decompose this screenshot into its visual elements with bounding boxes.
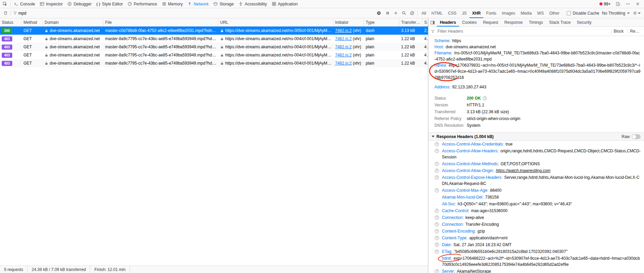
- type-filter-js[interactable]: JS: [459, 8, 469, 18]
- error-count-badge[interactable]: 99+: [598, 2, 612, 6]
- tab-cookies[interactable]: Cookies: [459, 18, 480, 27]
- tab-style-editor[interactable]: { } Style Editor: [94, 0, 125, 8]
- initiator-link[interactable]: 7482.js:2: [335, 61, 352, 66]
- mdn-help-icon[interactable]: ?: [435, 175, 439, 180]
- column-header-initiator[interactable]: Initiator: [333, 18, 364, 26]
- search-requests-button[interactable]: [400, 9, 408, 17]
- table-row[interactable]: 403 GET dve-streams.akamaized.net master…: [0, 43, 428, 51]
- block-button[interactable]: Block: [611, 29, 626, 34]
- mdn-help-icon[interactable]: ?: [435, 269, 439, 273]
- size-cell: 47: [423, 61, 428, 66]
- tab-memory[interactable]: Memory: [160, 0, 185, 8]
- pause-traffic-button[interactable]: [384, 9, 392, 17]
- checkbox-icon: [567, 11, 571, 15]
- tab-label: Performance: [134, 2, 157, 6]
- tab-application[interactable]: Application: [269, 0, 300, 8]
- mdn-help-icon[interactable]: ?: [435, 229, 439, 233]
- har-menu-button[interactable]: [632, 9, 641, 17]
- column-header-status[interactable]: Status: [0, 18, 22, 26]
- tab-inspector[interactable]: Inspector: [37, 0, 65, 8]
- tab-timings[interactable]: Timings: [526, 18, 546, 27]
- header-row: ? Access-Control-Max-Age:86400: [428, 187, 644, 194]
- tab-security[interactable]: Security: [574, 18, 594, 27]
- tab-console[interactable]: Console: [12, 0, 37, 8]
- debugger-icon: [67, 2, 72, 6]
- tab-accessibility[interactable]: Accessibility: [236, 0, 269, 8]
- status-code-value: 200 OK: [467, 95, 481, 101]
- header-row: ? Access-Control-Allow-Headers:origin,ra…: [428, 148, 644, 160]
- resend-button[interactable]: Resend: [628, 29, 641, 34]
- column-header-transferred[interactable]: Transfer…: [399, 18, 423, 26]
- toolbar-separator: [417, 11, 418, 16]
- column-header-type[interactable]: Type: [364, 18, 399, 26]
- raw-toggle[interactable]: [632, 134, 641, 139]
- mdn-help-icon[interactable]: ?: [435, 243, 439, 247]
- new-request-button[interactable]: [392, 9, 400, 17]
- table-row[interactable]: 403 GET dve-streams.akamaized.net master…: [0, 59, 428, 67]
- mdn-help-icon[interactable]: ?: [435, 188, 439, 192]
- close-devtools-button[interactable]: [633, 2, 642, 6]
- mdn-help-icon[interactable]: ?: [435, 162, 439, 166]
- tab-headers[interactable]: Headers: [437, 18, 459, 27]
- type-filter-all[interactable]: All: [419, 8, 429, 18]
- mdn-help-icon[interactable]: ?: [435, 169, 439, 173]
- response-headers-section-toggle[interactable]: Response Headers (1.004 kB) Raw: [428, 132, 644, 141]
- mdn-help-icon[interactable]: ?: [435, 216, 439, 220]
- toggle-panel-button[interactable]: [428, 18, 437, 27]
- tab-debugger[interactable]: Debugger: [65, 0, 94, 8]
- column-header-url[interactable]: URL: [218, 18, 333, 26]
- column-header-method[interactable]: Method: [22, 18, 43, 26]
- status-row: Status 200 OK ?: [428, 95, 644, 102]
- column-header-domain[interactable]: Domain: [43, 18, 103, 26]
- type-filter-other[interactable]: Other: [546, 8, 562, 18]
- column-header-size[interactable]: Si…: [423, 18, 428, 26]
- mdn-help-icon[interactable]: ?: [435, 209, 439, 213]
- tab-network[interactable]: Network: [185, 0, 211, 8]
- type-filter-images[interactable]: Images: [499, 8, 518, 18]
- mdn-help-icon[interactable]: ?: [435, 222, 439, 226]
- type-filter-media[interactable]: Media: [518, 8, 534, 18]
- tab-label: Storage: [219, 2, 234, 6]
- mdn-help-icon[interactable]: ?: [435, 142, 439, 146]
- type-filter-fonts[interactable]: Fonts: [483, 8, 499, 18]
- initiator-link[interactable]: 7482.js:2: [335, 28, 352, 33]
- filter-headers-input[interactable]: [437, 29, 609, 34]
- type-cell: plain: [364, 36, 399, 41]
- initiator-link[interactable]: 7482.js:2: [335, 45, 352, 49]
- responsive-design-mode-button[interactable]: [614, 2, 622, 6]
- tab-response[interactable]: Response: [501, 18, 526, 27]
- filter-urls-input[interactable]: [17, 11, 376, 16]
- allow-origin-link[interactable]: https://watch.tnawrestling.com: [496, 168, 550, 173]
- tab-label: Application: [278, 2, 298, 6]
- type-cell: plain: [364, 53, 399, 57]
- status-badge: 403: [2, 45, 12, 50]
- pick-element-button[interactable]: [1, 0, 9, 8]
- table-row[interactable]: 403 GET dve-streams.akamaized.net master…: [0, 51, 428, 59]
- type-filter-ws[interactable]: WS: [534, 8, 546, 18]
- type-filter-html[interactable]: HTML: [429, 8, 445, 18]
- request-blocking-button[interactable]: [408, 9, 416, 17]
- table-row[interactable]: 403 GET dve-streams.akamaized.net master…: [0, 35, 428, 43]
- mdn-help-icon[interactable]: ?: [435, 250, 439, 254]
- settings-menu-button[interactable]: [624, 2, 632, 6]
- help-icon[interactable]: ?: [483, 96, 487, 100]
- mdn-help-icon[interactable]: ?: [435, 236, 439, 240]
- tab-request[interactable]: Request: [480, 18, 501, 27]
- error-dot-icon: [599, 2, 602, 5]
- type-filter-xhr[interactable]: XHR: [469, 8, 483, 18]
- tab-storage[interactable]: Storage: [211, 0, 236, 8]
- network-icon: [187, 2, 192, 6]
- clear-requests-button[interactable]: [1, 9, 10, 17]
- throttling-select[interactable]: No Throttling: [602, 11, 630, 16]
- tab-stack-trace[interactable]: Stack Trace: [546, 18, 574, 27]
- initiator-link[interactable]: 7482.js:2: [335, 53, 352, 57]
- tab-performance[interactable]: Performance: [125, 0, 160, 8]
- column-header-file[interactable]: File: [103, 18, 218, 26]
- method-cell: GET: [22, 28, 43, 33]
- mdn-help-icon[interactable]: ?: [435, 149, 439, 153]
- table-row[interactable]: 200 GET dve-streams.akamaized.net master…: [0, 27, 428, 35]
- initiator-link[interactable]: 7482.js:2: [335, 36, 352, 41]
- clear-filter-button[interactable]: [376, 9, 382, 17]
- type-filter-css[interactable]: CSS: [445, 8, 459, 18]
- disable-cache-checkbox[interactable]: Disable Cache: [567, 11, 599, 16]
